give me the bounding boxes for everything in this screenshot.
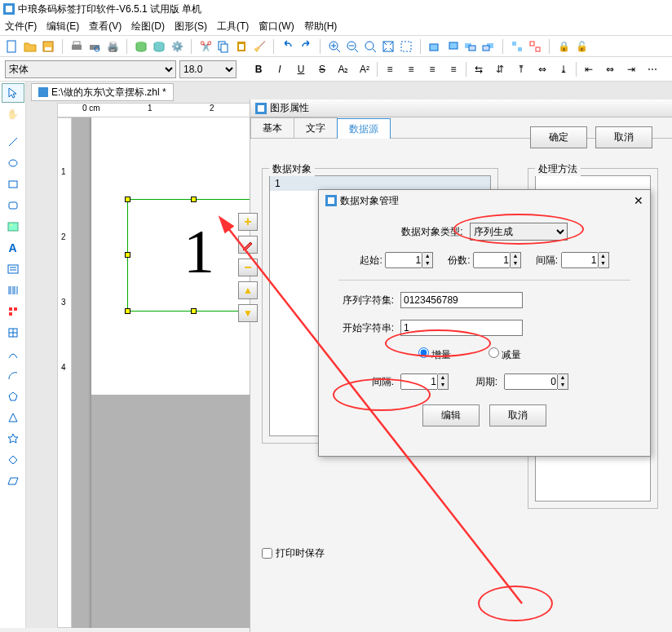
qr-tool[interactable] (2, 302, 24, 321)
modal-cancel-button[interactable]: 取消 (489, 404, 546, 426)
ungroup-icon[interactable] (528, 39, 542, 54)
dec-radio[interactable] (489, 347, 499, 358)
font-select[interactable]: 宋体 (5, 60, 176, 78)
curve-tool[interactable] (2, 344, 24, 364)
triangle-tool[interactable] (2, 408, 24, 427)
pointer-tool[interactable] (2, 83, 24, 103)
db-icon[interactable] (134, 39, 148, 54)
step-input[interactable] (400, 373, 438, 390)
align-mid-icon[interactable]: ⇔ (533, 60, 551, 78)
layer4-icon[interactable] (481, 39, 496, 54)
delete-icon[interactable]: 🧹 (252, 39, 267, 54)
align-right-button[interactable]: ≡ (423, 60, 441, 78)
grid-tool[interactable] (2, 323, 24, 343)
zoomout-icon[interactable] (345, 39, 360, 54)
ellipse-tool[interactable] (2, 153, 24, 173)
zoomfit-icon[interactable] (381, 39, 396, 54)
add-obj-button[interactable]: + (238, 213, 258, 231)
print-setup-icon[interactable]: 🖨️ (105, 39, 120, 54)
zoomin-icon[interactable] (327, 39, 342, 54)
new-icon[interactable] (5, 39, 20, 54)
menu-view[interactable]: 查看(V) (89, 20, 122, 33)
parallelogram-tool[interactable] (2, 471, 24, 491)
charset-input[interactable] (400, 292, 523, 308)
panel-ok-button[interactable]: 确定 (530, 126, 587, 148)
zoomsel-icon[interactable] (399, 39, 413, 54)
richtext-tool[interactable] (2, 259, 24, 279)
tab-datasource[interactable]: 数据源 (337, 118, 391, 139)
sub-button[interactable]: A² (356, 60, 374, 78)
redo-icon[interactable] (298, 39, 313, 54)
arc-tool[interactable] (2, 365, 24, 385)
menu-tool[interactable]: 工具(T) (217, 20, 249, 33)
open-icon[interactable] (23, 39, 38, 54)
modal-edit-button[interactable]: 编辑 (422, 404, 480, 426)
align-c-icon[interactable]: ⇔ (601, 60, 619, 78)
distribute-h-icon[interactable]: ⇆ (470, 60, 488, 78)
align-top-icon[interactable]: ⤒ (512, 60, 530, 78)
group-icon[interactable] (510, 39, 524, 54)
lock-icon[interactable]: 🔒 (556, 39, 571, 54)
copies-input[interactable] (473, 252, 511, 268)
strike-button[interactable]: S (313, 60, 331, 78)
layer1-icon[interactable] (427, 39, 442, 54)
bold-button[interactable]: B (250, 60, 267, 78)
moveup-obj-button[interactable]: ▲ (238, 281, 258, 299)
inc-radio[interactable] (418, 347, 429, 358)
menu-window[interactable]: 窗口(W) (259, 20, 294, 33)
unlock-icon[interactable]: 🔓 (574, 39, 589, 54)
movedown-obj-button[interactable]: ▼ (238, 304, 258, 322)
undo-icon[interactable] (281, 39, 295, 54)
menu-draw[interactable]: 绘图(D) (131, 20, 165, 33)
type-select[interactable]: 序列生成 (470, 223, 568, 241)
line-tool[interactable] (2, 132, 24, 152)
close-icon[interactable]: ✕ (634, 194, 643, 207)
polygon-tool[interactable] (2, 387, 24, 406)
align-bot-icon[interactable]: ⤓ (555, 60, 573, 78)
hand-tool[interactable]: ✋ (2, 104, 24, 124)
period-input[interactable] (504, 373, 558, 390)
align-left-button[interactable]: ≡ (381, 60, 399, 78)
startstr-input[interactable] (400, 320, 523, 336)
paste-icon[interactable] (234, 39, 249, 54)
start-input[interactable] (385, 252, 422, 268)
copy-icon[interactable] (216, 39, 231, 54)
diamond-tool[interactable] (2, 450, 24, 470)
save-icon[interactable] (41, 39, 55, 54)
settings-icon[interactable]: ⚙️ (170, 39, 184, 54)
save-on-print-checkbox[interactable] (262, 548, 272, 559)
gap-input[interactable] (561, 252, 599, 268)
cut-icon[interactable]: ✂️ (198, 39, 213, 54)
print-preview-icon[interactable] (87, 39, 102, 54)
align-justify-button[interactable]: ≡ (444, 60, 462, 78)
distribute-v-icon[interactable]: ⇵ (491, 60, 509, 78)
italic-button[interactable]: I (271, 60, 289, 78)
text-tool[interactable]: A (2, 238, 24, 258)
remove-obj-button[interactable]: − (238, 259, 258, 276)
layer3-icon[interactable] (463, 39, 478, 54)
fontsize-select[interactable]: 18.0 (179, 60, 237, 78)
barcode-tool[interactable] (2, 281, 24, 300)
menu-shape[interactable]: 图形(S) (175, 20, 207, 33)
print-icon[interactable] (69, 39, 84, 54)
roundrect-tool[interactable] (2, 196, 24, 215)
underline-button[interactable]: U (292, 60, 310, 78)
panel-cancel-button[interactable]: 取消 (595, 126, 652, 148)
menu-edit[interactable]: 编辑(E) (46, 20, 79, 33)
align-r-icon[interactable]: ⇥ (622, 60, 640, 78)
align-l-icon[interactable]: ⇤ (580, 60, 598, 78)
menu-help[interactable]: 帮助(H) (304, 20, 338, 33)
menu-file[interactable]: 文件(F) (5, 20, 37, 33)
tab-text[interactable]: 文字 (294, 117, 338, 138)
db2-icon[interactable] (152, 39, 166, 54)
tab-basic[interactable]: 基本 (250, 117, 294, 138)
align-center-button[interactable]: ≡ (402, 60, 420, 78)
rect-tool[interactable] (2, 175, 24, 194)
super-button[interactable]: A₂ (334, 60, 352, 78)
star-tool[interactable] (2, 429, 24, 449)
more-icon[interactable]: ⋯ (643, 60, 661, 78)
zoom-icon[interactable] (363, 39, 378, 54)
image-tool[interactable] (2, 217, 24, 236)
layer2-icon[interactable] (445, 39, 460, 54)
edit-obj-button[interactable] (238, 236, 258, 254)
